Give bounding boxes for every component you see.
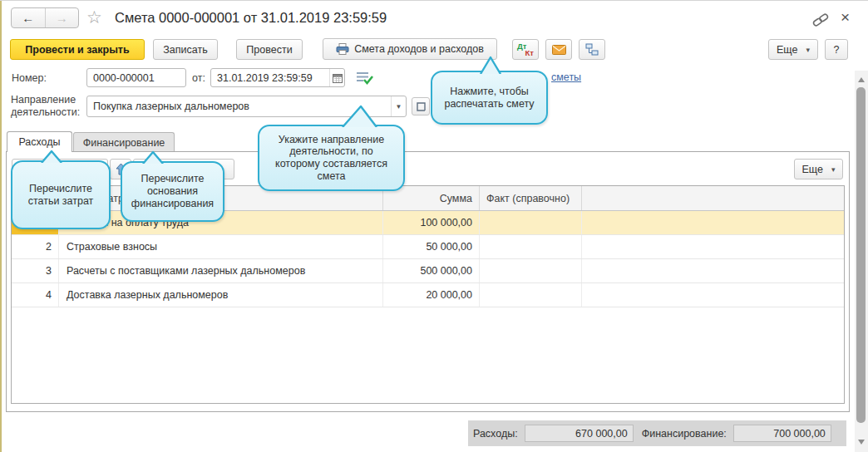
tooltip-direction: Укажите направление деятельности, по кот… (258, 125, 405, 191)
row-filler-cell (581, 211, 844, 234)
dt-kt-postings-button[interactable]: Дт Кт (512, 39, 539, 60)
row-fact-cell[interactable] (479, 235, 581, 258)
window-edge-strip (0, 1, 2, 452)
table-row[interactable]: 3 Расчеты с поставщиками лазерных дально… (12, 259, 844, 283)
calendar-icon[interactable] (329, 69, 344, 86)
row-filler-cell (581, 283, 844, 307)
structure-button[interactable] (579, 39, 605, 60)
financing-total-label: Финансирование: (642, 428, 727, 440)
row-num-cell[interactable]: 3 (12, 259, 58, 282)
row-fact-cell[interactable] (479, 283, 581, 307)
expenses-total-label: Расходы: (473, 428, 518, 440)
page-title: Смета 0000-000001 от 31.01.2019 23:59:59 (115, 10, 387, 26)
row-amount-cell[interactable]: 50 000,00 (382, 235, 479, 258)
expenses-total-value: 670 000,00 (525, 425, 634, 442)
estimates-link[interactable]: сметы (551, 71, 581, 83)
favorite-star-icon[interactable]: ☆ (86, 8, 102, 26)
email-button[interactable] (545, 39, 572, 60)
more-button-table[interactable]: Еще▾ (794, 159, 843, 179)
row-fact-cell[interactable] (479, 211, 581, 234)
more-label: Еще (802, 164, 823, 175)
more-button-toolbar[interactable]: Еще▾ (768, 39, 818, 60)
dt-kt-icon: Дт Кт (517, 42, 534, 57)
tooltip-tail (479, 56, 504, 76)
tab-financing[interactable]: Финансирование (73, 132, 175, 152)
row-amount-cell[interactable]: 500 000,00 (382, 259, 479, 282)
direction-label-line2: деятельности: (11, 106, 80, 118)
open-direction-button[interactable] (412, 97, 430, 115)
post-button[interactable]: Провести (236, 39, 303, 60)
chevron-down-icon: ▾ (806, 46, 810, 54)
financing-total-value: 700 000,00 (733, 425, 831, 442)
print-estimate-label: Смета доходов и расходов (354, 43, 484, 55)
tooltip-print: Нажмите, чтобы распечатать смету (431, 71, 548, 125)
direction-label-line1: Направление (11, 94, 76, 106)
tooltip-items: Перечислите статьи затрат (11, 160, 111, 229)
totals-bar: Расходы: 670 000,00 Финансирование: 700 … (468, 420, 846, 446)
hierarchy-icon (585, 43, 599, 56)
date-prefix-label: от: (192, 72, 205, 84)
table-row[interactable]: 2 Страховые взносы 50 000,00 (12, 235, 844, 259)
printer-icon (336, 43, 349, 55)
get-link-icon[interactable] (811, 12, 830, 30)
print-estimate-button[interactable]: Смета доходов и расходов (323, 38, 497, 60)
write-button[interactable]: Записать (153, 39, 218, 60)
more-label: Еще (777, 44, 797, 56)
row-num-cell[interactable]: 2 (12, 235, 58, 258)
dropdown-arrow-icon[interactable]: ▼ (391, 96, 406, 116)
tooltip-tail (40, 150, 65, 165)
date-input[interactable]: 31.01.2019 23:59:59 (210, 68, 345, 87)
tooltip-funding: Перечислите основания финансирования (121, 161, 224, 222)
nav-history-group: ← → (11, 7, 79, 28)
row-filler-cell (581, 235, 844, 258)
posted-status-icon (356, 71, 374, 88)
col-header-fact[interactable]: Факт (справочно) (479, 186, 581, 210)
tooltip-tail (141, 150, 166, 166)
row-fact-cell[interactable] (479, 259, 581, 282)
number-input[interactable]: 0000-000001 (86, 68, 186, 87)
help-button[interactable]: ? (825, 39, 848, 60)
row-filler-cell (581, 259, 844, 282)
envelope-icon (552, 45, 566, 55)
number-label: Номер: (12, 72, 47, 84)
close-icon[interactable]: × (841, 9, 850, 25)
forward-button[interactable]: → (46, 8, 79, 27)
row-item-cell[interactable]: Страховые взносы (58, 235, 382, 258)
row-amount-cell[interactable]: 20 000,00 (382, 283, 479, 307)
row-item-cell[interactable]: Расчеты с поставщиками лазерных дальноме… (58, 259, 382, 282)
scroll-down-icon[interactable] (858, 440, 865, 445)
table-row[interactable]: 4 Доставка лазерных дальномеров 20 000,0… (12, 283, 844, 307)
row-item-cell[interactable]: Доставка лазерных дальномеров (58, 283, 382, 307)
app-window: ← → ☆ Смета 0000-000001 от 31.01.2019 23… (0, 0, 868, 452)
row-amount-cell[interactable]: 100 000,00 (382, 211, 479, 234)
chevron-down-icon: ▾ (831, 165, 836, 174)
scrollbar-thumb[interactable] (856, 87, 866, 423)
post-and-close-button[interactable]: Провести и закрыть (10, 39, 145, 60)
back-button[interactable]: ← (12, 8, 46, 27)
row-num-cell[interactable]: 4 (12, 283, 58, 307)
tooltip-tail (341, 104, 379, 130)
scroll-up-icon[interactable] (858, 77, 865, 82)
col-header-filler (581, 186, 844, 210)
